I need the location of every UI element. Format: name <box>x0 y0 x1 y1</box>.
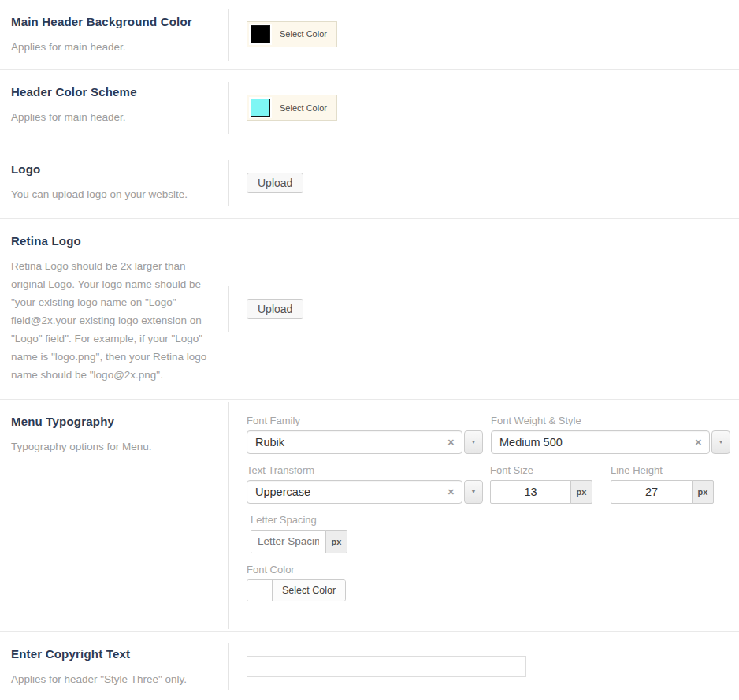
font-family-group: Font Family Rubik ✕ ▼ <box>247 415 483 454</box>
upload-retina-logo-button[interactable]: Upload <box>247 299 303 319</box>
setting-control-area: Font Family Rubik ✕ ▼ Font Weight & Styl… <box>228 400 739 631</box>
setting-title: Main Header Background Color <box>11 15 210 28</box>
font-color-group: Font Color Select Color <box>247 564 346 604</box>
setting-info: Logo You can upload logo on your website… <box>0 147 228 218</box>
unit-label: px <box>570 480 592 504</box>
font-weight-select[interactable]: Medium 500 ✕ <box>491 430 710 454</box>
setting-info: Retina Logo Retina Logo should be 2x lar… <box>0 219 228 399</box>
font-color-select-button[interactable]: Select Color <box>247 579 346 601</box>
letter-spacing-label: Letter Spacing <box>251 514 347 526</box>
setting-control-area: Upload <box>228 147 739 218</box>
select-color-button[interactable]: Select Color <box>247 95 337 121</box>
text-transform-value: Uppercase <box>255 486 310 498</box>
line-height-label: Line Height <box>611 464 714 476</box>
setting-control-area <box>228 632 739 700</box>
font-family-label: Font Family <box>247 415 483 426</box>
select-color-label: Select Color <box>273 580 345 601</box>
setting-description: Applies for main header. <box>11 109 210 127</box>
setting-info: Enter Copyright Text Applies for header … <box>0 632 228 700</box>
unit-label: px <box>325 530 347 553</box>
color-swatch-fill <box>251 99 270 117</box>
chevron-down-icon: ▼ <box>471 489 477 494</box>
text-transform-group: Text Transform Uppercase ✕ ▼ <box>247 464 483 504</box>
color-swatch <box>249 24 272 45</box>
font-size-group: Font Size px <box>490 464 592 504</box>
chevron-down-icon: ▼ <box>471 439 477 445</box>
text-transform-dropdown-button[interactable]: ▼ <box>464 480 483 504</box>
setting-control-area: Select Color <box>228 0 739 69</box>
setting-row-main-header-bg: Main Header Background Color Applies for… <box>0 0 739 70</box>
setting-control-area: Select Color <box>228 70 739 147</box>
color-swatch <box>247 580 273 601</box>
setting-title: Menu Typography <box>11 415 210 428</box>
clear-icon[interactable]: ✕ <box>447 487 455 496</box>
text-transform-select[interactable]: Uppercase ✕ <box>247 480 462 504</box>
color-swatch <box>249 97 272 118</box>
select-color-label: Select Color <box>272 29 335 39</box>
select-color-label: Select Color <box>272 103 335 113</box>
font-size-input[interactable] <box>490 480 571 504</box>
text-transform-label: Text Transform <box>247 464 483 476</box>
letter-spacing-group: Letter Spacing px <box>251 514 347 553</box>
setting-row-menu-typography: Menu Typography Typography options for M… <box>0 400 739 632</box>
font-color-label: Font Color <box>247 564 346 575</box>
setting-row-logo: Logo You can upload logo on your website… <box>0 147 739 219</box>
unit-label: px <box>692 480 714 504</box>
upload-logo-button[interactable]: Upload <box>247 173 303 193</box>
setting-row-header-color-scheme: Header Color Scheme Applies for main hea… <box>0 70 739 147</box>
setting-description: Applies for header "Style Three" only. <box>11 671 210 689</box>
setting-title: Header Color Scheme <box>11 85 210 99</box>
setting-row-copyright-text: Enter Copyright Text Applies for header … <box>0 632 739 700</box>
font-family-value: Rubik <box>255 436 284 449</box>
setting-row-retina-logo: Retina Logo Retina Logo should be 2x lar… <box>0 219 739 400</box>
setting-info: Main Header Background Color Applies for… <box>0 0 228 69</box>
font-weight-group: Font Weight & Style Medium 500 ✕ ▼ <box>491 415 730 454</box>
line-height-group: Line Height px <box>611 464 714 504</box>
color-swatch-fill <box>251 25 270 43</box>
font-family-dropdown-button[interactable]: ▼ <box>464 430 483 454</box>
font-size-label: Font Size <box>490 464 592 476</box>
setting-control-area: Upload <box>228 219 739 399</box>
setting-info: Menu Typography Typography options for M… <box>0 400 228 631</box>
copyright-text-input[interactable] <box>247 656 526 677</box>
setting-description: Retina Logo should be 2x larger than ori… <box>11 258 210 385</box>
font-family-select[interactable]: Rubik ✕ <box>247 430 462 454</box>
select-color-button[interactable]: Select Color <box>247 21 337 47</box>
letter-spacing-input[interactable] <box>251 530 326 553</box>
chevron-down-icon: ▼ <box>719 439 724 445</box>
font-weight-dropdown-button[interactable]: ▼ <box>711 430 730 454</box>
clear-icon[interactable]: ✕ <box>447 438 455 446</box>
setting-description: Typography options for Menu. <box>11 438 210 456</box>
setting-description: Applies for main header. <box>11 39 210 57</box>
font-weight-value: Medium 500 <box>499 436 563 449</box>
setting-title: Enter Copyright Text <box>11 647 210 661</box>
line-height-input[interactable] <box>611 480 693 504</box>
setting-title: Retina Logo <box>11 234 210 248</box>
setting-title: Logo <box>11 162 210 176</box>
setting-description: You can upload logo on your website. <box>11 186 210 204</box>
font-weight-label: Font Weight & Style <box>491 415 730 426</box>
setting-info: Header Color Scheme Applies for main hea… <box>0 70 228 147</box>
clear-icon[interactable]: ✕ <box>695 438 702 446</box>
